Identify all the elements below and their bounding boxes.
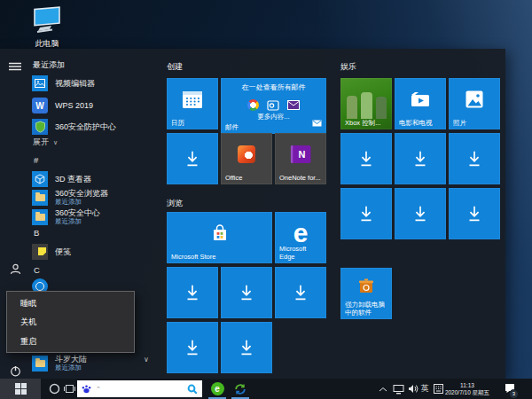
speaker-icon bbox=[408, 384, 419, 394]
download-tile[interactable] bbox=[221, 322, 272, 373]
section-letter-c[interactable]: C bbox=[34, 265, 40, 275]
start-menu-panel: 最近添加 视频编辑器 W WPS 2019 360安全防护中心 展开 ∨ # 3… bbox=[0, 49, 505, 379]
xbox-art bbox=[376, 97, 387, 119]
time-text: 11:13 bbox=[460, 382, 474, 389]
edge-icon: e bbox=[293, 220, 309, 246]
xbox-art bbox=[347, 96, 357, 119]
onenote-icon: N bbox=[291, 145, 311, 163]
shutdown-menu-item[interactable]: 关机 bbox=[7, 314, 134, 330]
movies-tv-icon bbox=[410, 90, 431, 108]
app-item-sticky-notes[interactable]: 便笺 bbox=[32, 242, 158, 262]
download-tile[interactable] bbox=[395, 188, 446, 239]
download-tile[interactable] bbox=[449, 188, 500, 239]
download-arrow-icon bbox=[183, 149, 202, 168]
start-button[interactable] bbox=[0, 379, 41, 399]
photos-icon bbox=[466, 90, 484, 109]
sync-app-taskbar-button[interactable] bbox=[230, 379, 251, 399]
tile-mail[interactable]: 在一处查看所有邮件 更多内容... 邮件 bbox=[221, 78, 326, 134]
app-item-360-safe-center[interactable]: 360安全中心 最近添加 bbox=[32, 206, 158, 229]
power-flyout-menu: 睡眠 关机 重启 bbox=[6, 291, 135, 353]
browser-360-taskbar-button[interactable]: e bbox=[207, 379, 228, 399]
power-button[interactable] bbox=[6, 362, 24, 379]
tile-calendar[interactable]: 日历 bbox=[167, 78, 218, 129]
tile-xbox[interactable]: Xbox 控制... bbox=[340, 78, 392, 129]
taskbar-search-box[interactable]: ⌃ bbox=[77, 380, 202, 397]
sleep-menu-item[interactable]: 睡眠 bbox=[7, 295, 134, 311]
download-tile[interactable] bbox=[449, 133, 500, 184]
power-icon bbox=[10, 365, 21, 377]
restart-menu-item[interactable]: 重启 bbox=[7, 333, 134, 349]
baidu-paw-icon bbox=[82, 384, 91, 394]
notification-badge: 3 bbox=[509, 389, 519, 399]
download-tile[interactable] bbox=[275, 267, 326, 318]
app-item-wps-2019[interactable]: W WPS 2019 bbox=[32, 96, 158, 115]
task-view-button[interactable] bbox=[62, 379, 77, 399]
app-item-360-security[interactable]: 360安全防护中心 bbox=[32, 117, 158, 137]
video-editor-icon bbox=[32, 75, 48, 91]
network-tray-button[interactable] bbox=[391, 379, 405, 399]
download-tile[interactable] bbox=[340, 133, 392, 184]
tile-office[interactable]: Office bbox=[221, 133, 272, 184]
wps-icon: W bbox=[32, 98, 48, 113]
google-icon bbox=[247, 99, 259, 111]
cortana-button[interactable] bbox=[46, 379, 62, 399]
3d-viewer-icon bbox=[32, 171, 48, 187]
section-letter-b[interactable]: B bbox=[34, 228, 39, 238]
tile-force-uninstall[interactable]: 强力卸载电脑中的软件 bbox=[340, 268, 392, 319]
tile-microsoft-edge[interactable]: e Microsoft Edge bbox=[275, 212, 326, 263]
desktop-icon-this-pc[interactable]: 此电脑 bbox=[21, 5, 73, 50]
download-arrow-icon bbox=[411, 204, 430, 223]
group-chevron-icon[interactable]: ∨ bbox=[144, 356, 149, 364]
folder-icon bbox=[32, 209, 48, 225]
ime-language-button[interactable]: 英 bbox=[419, 379, 431, 399]
download-arrow-icon bbox=[465, 204, 484, 223]
download-arrow-icon bbox=[411, 149, 430, 168]
clock-tray-button[interactable]: 11:13 2020/7/10 星期五 bbox=[442, 380, 493, 397]
outlook-icon bbox=[267, 100, 279, 111]
cortana-circle-icon bbox=[49, 383, 60, 395]
tile-onenote[interactable]: N OneNote for... bbox=[275, 133, 326, 184]
shield-icon bbox=[32, 119, 48, 135]
store-bag-icon bbox=[209, 223, 231, 244]
xbox-art bbox=[361, 92, 372, 119]
volume-tray-button[interactable] bbox=[406, 379, 419, 399]
tile-photos[interactable]: 照片 bbox=[449, 78, 500, 129]
green-e-icon: e bbox=[211, 382, 224, 395]
download-tile[interactable] bbox=[167, 322, 218, 373]
download-arrow-icon bbox=[465, 149, 484, 168]
trash-bin-icon bbox=[356, 277, 376, 294]
download-tile[interactable] bbox=[167, 267, 218, 318]
group-title-entertainment[interactable]: 娱乐 bbox=[340, 61, 356, 73]
notification-bubble-icon: 3 bbox=[504, 381, 516, 397]
download-tile[interactable] bbox=[340, 188, 392, 239]
app-item-douluo-folder[interactable]: 斗罗大陆 最近添加 bbox=[32, 352, 158, 375]
windows-logo-icon bbox=[15, 383, 27, 395]
tile-movies-tv[interactable]: 电影和电视 bbox=[395, 78, 446, 129]
section-letter-hash[interactable]: # bbox=[34, 155, 38, 165]
download-tile[interactable] bbox=[221, 267, 272, 318]
sync-arrows-icon bbox=[234, 383, 246, 395]
network-icon bbox=[393, 384, 404, 395]
menu-hamburger-button[interactable] bbox=[6, 58, 24, 75]
calendar-icon bbox=[182, 90, 203, 109]
caret-icon[interactable]: ⌃ bbox=[96, 386, 101, 393]
envelope-icon bbox=[312, 114, 322, 130]
recently-added-header: 最近添加 bbox=[33, 59, 65, 71]
tile-microsoft-store[interactable]: Microsoft Store bbox=[167, 212, 272, 263]
group-title-browse[interactable]: 浏览 bbox=[167, 198, 183, 209]
download-tile[interactable] bbox=[167, 133, 218, 184]
taskbar: ⌃ e 英 11:13 2020/7/10 星期五 bbox=[0, 379, 532, 399]
user-account-button[interactable] bbox=[6, 260, 24, 278]
baidu-search-icon[interactable] bbox=[187, 384, 198, 395]
group-title-create[interactable]: 创建 bbox=[167, 61, 183, 73]
app-item-video-editor[interactable]: 视频编辑器 bbox=[32, 74, 158, 93]
sticky-notes-icon bbox=[32, 244, 48, 260]
expand-button[interactable]: 展开 ∨ bbox=[33, 137, 58, 148]
tray-overflow-button[interactable] bbox=[377, 379, 389, 399]
folder-icon bbox=[32, 190, 48, 206]
download-tile[interactable] bbox=[395, 133, 446, 184]
download-arrow-icon bbox=[356, 204, 376, 223]
action-center-button[interactable]: 3 bbox=[500, 379, 520, 399]
this-pc-icon bbox=[30, 5, 64, 37]
task-view-icon bbox=[64, 384, 75, 394]
